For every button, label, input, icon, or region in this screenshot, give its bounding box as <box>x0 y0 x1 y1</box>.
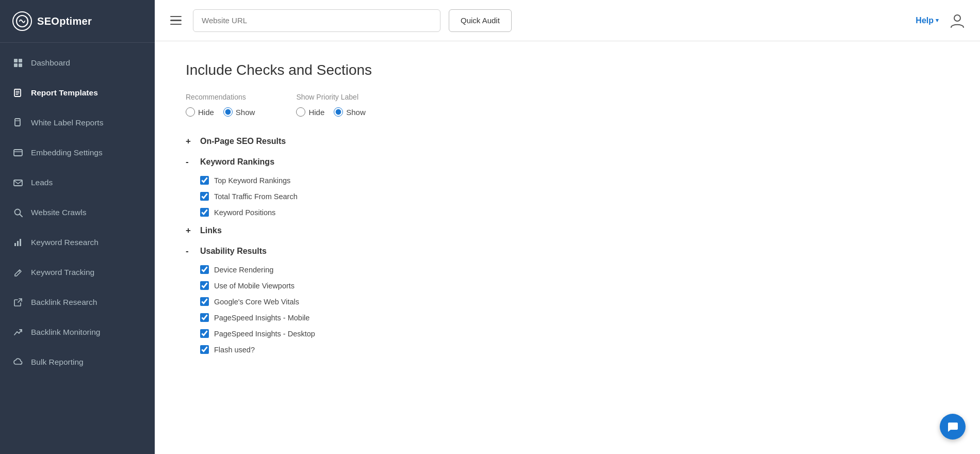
checkbox-keyword-positions[interactable] <box>200 208 209 217</box>
priority-show-option[interactable]: Show <box>334 107 366 117</box>
grid-icon <box>12 57 24 69</box>
check-device-rendering: Device Rendering <box>186 262 949 278</box>
checkbox-pagespeed-mobile[interactable] <box>200 313 209 322</box>
check-label: Use of Mobile Viewports <box>214 282 295 290</box>
check-pagespeed-mobile: PageSpeed Insights - Mobile <box>186 310 949 326</box>
main-area: Quick Audit Help ▾ Include Checks and Se… <box>155 0 980 454</box>
sidebar-item-label: Bulk Reporting <box>31 358 84 367</box>
bar-chart-icon <box>12 237 24 248</box>
section-list: + On-Page SEO Results - Keyword Rankings… <box>186 131 949 358</box>
quick-audit-button[interactable]: Quick Audit <box>449 9 512 32</box>
priority-hide-option[interactable]: Hide <box>296 107 324 117</box>
sidebar-item-label: Backlink Research <box>31 298 97 307</box>
svg-rect-16 <box>17 241 19 246</box>
sidebar-item-label: Report Templates <box>31 88 98 98</box>
sidebar-item-label: Dashboard <box>31 58 70 68</box>
priority-hide-radio[interactable] <box>296 107 305 117</box>
svg-rect-1 <box>14 59 18 62</box>
svg-rect-10 <box>14 150 22 156</box>
sidebar-item-label: Leads <box>31 178 53 187</box>
checkbox-device-rendering[interactable] <box>200 265 209 274</box>
checkbox-mobile-viewports[interactable] <box>200 281 209 290</box>
toggle-plus-icon: + <box>186 136 196 147</box>
recommendations-show-radio[interactable] <box>223 107 233 117</box>
sidebar-logo: SEOptimer <box>0 0 155 43</box>
check-total-traffic: Total Traffic From Search <box>186 188 949 204</box>
section-usability-label: Usability Results <box>200 247 267 256</box>
check-label: Keyword Positions <box>214 208 275 217</box>
user-avatar-button[interactable] <box>947 10 968 31</box>
priority-label-control: Show Priority Label Hide Show <box>296 93 365 117</box>
checkbox-flash-used[interactable] <box>200 345 209 354</box>
recommendations-radio-group: Hide Show <box>186 107 255 117</box>
sidebar-item-bulk-reporting[interactable]: Bulk Reporting <box>0 347 155 377</box>
check-pagespeed-desktop: PageSpeed Insights - Desktop <box>186 326 949 342</box>
recommendations-hide-radio[interactable] <box>186 107 195 117</box>
chat-bubble-button[interactable] <box>940 414 966 440</box>
toggle-plus-icon-links: + <box>186 225 196 236</box>
sidebar-item-report-templates[interactable]: Report Templates <box>0 78 155 108</box>
sidebar-item-backlink-research[interactable]: Backlink Research <box>0 287 155 317</box>
section-links-label: Links <box>200 226 222 235</box>
svg-rect-12 <box>14 180 22 186</box>
checkbox-top-keyword-rankings[interactable] <box>200 176 209 185</box>
file-icon <box>12 117 24 128</box>
section-on-page-seo-label: On-Page SEO Results <box>200 137 286 146</box>
checkbox-core-web-vitals[interactable] <box>200 297 209 306</box>
sidebar-item-label: Embedding Settings <box>31 148 103 157</box>
trending-up-icon <box>12 327 24 338</box>
svg-line-18 <box>19 271 20 272</box>
check-flash-used: Flash used? <box>186 342 949 358</box>
svg-rect-9 <box>15 119 20 126</box>
logo-icon <box>12 11 32 31</box>
priority-show-radio[interactable] <box>334 107 343 117</box>
priority-radio-group: Hide Show <box>296 107 365 117</box>
check-top-keyword-rankings: Top Keyword Rankings <box>186 172 949 188</box>
checkbox-pagespeed-desktop[interactable] <box>200 329 209 338</box>
section-on-page-seo[interactable]: + On-Page SEO Results <box>186 131 949 152</box>
recommendations-show-option[interactable]: Show <box>223 107 255 117</box>
section-keyword-rankings-label: Keyword Rankings <box>200 157 274 167</box>
sidebar-item-keyword-research[interactable]: Keyword Research <box>0 228 155 257</box>
recommendations-label: Recommendations <box>186 93 255 101</box>
check-label: PageSpeed Insights - Mobile <box>214 314 309 322</box>
svg-rect-3 <box>14 63 18 67</box>
section-links[interactable]: + Links <box>186 220 949 241</box>
check-label: Total Traffic From Search <box>214 192 298 201</box>
checkbox-total-traffic[interactable] <box>200 192 209 201</box>
svg-rect-17 <box>20 239 21 246</box>
recommendations-hide-option[interactable]: Hide <box>186 107 214 117</box>
header: Quick Audit Help ▾ <box>155 0 980 41</box>
svg-line-14 <box>20 214 22 217</box>
check-label: PageSpeed Insights - Desktop <box>214 330 315 338</box>
sidebar-item-backlink-monitoring[interactable]: Backlink Monitoring <box>0 317 155 347</box>
pen-icon <box>12 267 24 278</box>
sidebar-item-label: Keyword Tracking <box>31 268 94 277</box>
sidebar-item-label: Backlink Monitoring <box>31 328 100 337</box>
toggle-minus-icon: - <box>186 157 196 167</box>
recommendations-control: Recommendations Hide Show <box>186 93 255 117</box>
cloud-icon <box>12 356 24 368</box>
url-input[interactable] <box>193 9 440 32</box>
menu-button[interactable] <box>167 13 185 28</box>
sidebar-item-website-crawls[interactable]: Website Crawls <box>0 198 155 228</box>
sidebar-item-label: White Label Reports <box>31 118 103 127</box>
svg-rect-2 <box>19 59 22 62</box>
sidebar-item-label: Keyword Research <box>31 238 99 247</box>
svg-rect-4 <box>19 63 22 67</box>
check-mobile-viewports: Use of Mobile Viewports <box>186 278 949 294</box>
svg-rect-15 <box>14 243 16 246</box>
chevron-down-icon: ▾ <box>936 17 939 24</box>
toggle-minus-icon-usability: - <box>186 246 196 256</box>
sidebar-item-dashboard[interactable]: Dashboard <box>0 48 155 78</box>
logo-text: SEOptimer <box>37 15 92 27</box>
check-label: Device Rendering <box>214 266 273 274</box>
check-label: Top Keyword Rankings <box>214 176 290 185</box>
sidebar-item-leads[interactable]: Leads <box>0 168 155 198</box>
section-keyword-rankings[interactable]: - Keyword Rankings <box>186 152 949 172</box>
sidebar-item-embedding-settings[interactable]: Embedding Settings <box>0 138 155 168</box>
sidebar-item-keyword-tracking[interactable]: Keyword Tracking <box>0 257 155 287</box>
sidebar-item-white-label-reports[interactable]: White Label Reports <box>0 108 155 138</box>
section-usability-results[interactable]: - Usability Results <box>186 241 949 262</box>
help-button[interactable]: Help ▾ <box>916 16 939 25</box>
